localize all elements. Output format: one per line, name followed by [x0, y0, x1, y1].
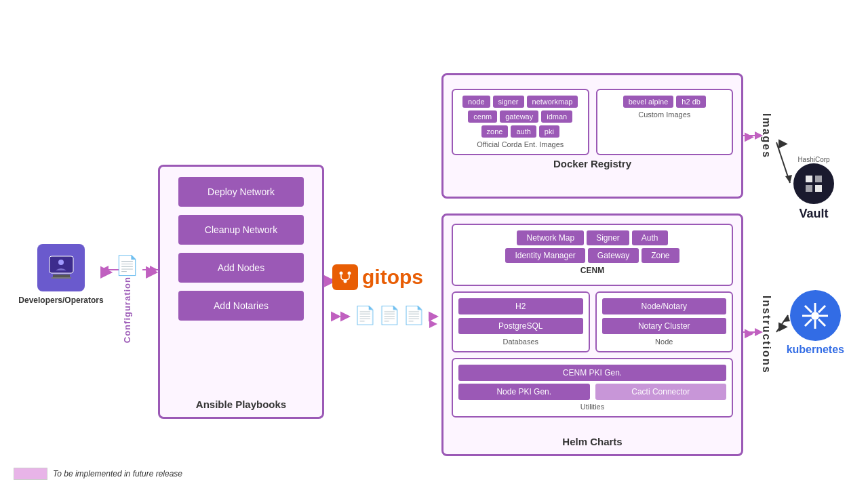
legend-text: To be implemented in future release	[53, 469, 182, 479]
svg-point-18	[58, 260, 64, 265]
developer-label: Developers/Operators	[18, 296, 103, 305]
node-title: Node	[602, 338, 727, 346]
tag-zone: zone	[481, 125, 509, 138]
cenm-auth: Auth	[632, 230, 668, 245]
custom-images-section: bevel alpine h2 db Custom Images	[596, 89, 734, 155]
cenm-zone: Zone	[642, 248, 679, 263]
svg-rect-24	[806, 185, 812, 192]
kubernetes-box: kubernetes	[787, 290, 844, 356]
instructions-side-label: Instructions	[756, 214, 776, 456]
cleanup-network-button[interactable]: Cleanup Network	[178, 215, 304, 245]
svg-marker-12	[785, 175, 792, 183]
cenm-title: CENM	[458, 266, 726, 275]
cenm-signer: Signer	[587, 230, 629, 245]
legend: To be implemented in future release	[14, 468, 182, 480]
tag-bevel-alpine: bevel alpine	[623, 96, 674, 108]
utilities-title: Utilities	[458, 403, 726, 411]
cenm-identity-manager: Identity Manager	[505, 248, 585, 263]
databases-section: H2 PostgreSQL Databases	[452, 291, 590, 352]
node-section: Node/Notary Notary Cluster Node	[595, 291, 734, 352]
arrow-helm-instructions: ▶	[745, 325, 754, 340]
tag-auth: auth	[511, 125, 536, 138]
images-side-label: Images	[756, 73, 776, 199]
arrow-docker-images: ▶	[745, 129, 754, 144]
tag-signer: signer	[493, 96, 524, 108]
svg-line-32	[818, 319, 825, 326]
legend-box	[14, 468, 47, 480]
svg-rect-17	[52, 277, 71, 279]
db-postgresql: PostgreSQL	[458, 318, 583, 334]
databases-title: Databases	[458, 338, 583, 346]
official-images-title: Official Corda Ent. Images	[458, 140, 583, 148]
cacti-connector: Cacti Connector	[595, 384, 727, 400]
add-nodes-button[interactable]: Add Nodes	[178, 253, 304, 283]
ansible-container: Deploy Network Cleanup Network Add Nodes…	[158, 165, 324, 419]
cenm-section: Network Map Signer Auth Identity Manager…	[452, 224, 733, 286]
deploy-network-button[interactable]: Deploy Network	[178, 177, 304, 207]
add-notaries-button[interactable]: Add Notaries	[178, 291, 304, 321]
svg-point-20	[348, 272, 351, 275]
vault-box: HashiCorp Vault	[793, 156, 834, 221]
developer-box: Developers/Operators	[20, 244, 102, 305]
svg-rect-23	[815, 176, 822, 182]
tag-idman: idman	[541, 110, 572, 123]
kubernetes-label: kubernetes	[787, 344, 844, 356]
tag-h2db: h2 db	[676, 96, 706, 108]
node-notary: Node/Notary	[602, 298, 727, 314]
official-images-section: node signer networkmap cenm gateway idma…	[452, 89, 589, 155]
custom-images-title: Custom Images	[603, 110, 727, 119]
config-label: Configuration	[122, 277, 132, 343]
docker-registry: node signer networkmap cenm gateway idma…	[441, 73, 743, 199]
svg-rect-22	[806, 176, 812, 182]
svg-rect-16	[53, 274, 70, 277]
node-pki-gen: Node PKI Gen.	[458, 384, 590, 400]
diagram: Developers/Operators ▶ 📄 Configuration ▶…	[0, 0, 868, 488]
cenm-gateway: Gateway	[588, 248, 639, 263]
notary-cluster: Notary Cluster	[602, 318, 727, 334]
arrow-config-to-ansible: ▶	[146, 263, 157, 281]
svg-rect-25	[815, 185, 822, 192]
vault-icon	[793, 163, 834, 204]
utilities-section: CENM PKI Gen. Node PKI Gen. Cacti Connec…	[452, 358, 733, 418]
ansible-title: Ansible Playbooks	[196, 399, 286, 410]
tag-networkmap: networkmap	[527, 96, 578, 108]
svg-point-26	[811, 312, 819, 320]
helm-charts-container: Network Map Signer Auth Identity Manager…	[441, 214, 743, 456]
tag-pki: pki	[539, 125, 559, 138]
db-h2: H2	[458, 298, 583, 314]
svg-line-33	[818, 306, 825, 312]
arrow-dev-to-config: ▶	[100, 263, 112, 281]
helm-title: Helm Charts	[443, 436, 741, 447]
tag-gateway: gateway	[500, 110, 538, 123]
docker-registry-title: Docker Registry	[452, 158, 733, 169]
tag-node: node	[462, 96, 490, 108]
vault-label: Vault	[799, 207, 828, 221]
svg-line-34	[805, 319, 812, 326]
cenm-pki-gen: CENM PKI Gen.	[458, 365, 726, 381]
tag-cenm: cenm	[468, 110, 497, 123]
kubernetes-icon	[790, 290, 841, 341]
svg-line-31	[805, 306, 812, 312]
gitops-logo: gitops	[332, 264, 423, 290]
svg-point-19	[340, 272, 343, 275]
hashicorp-label: HashiCorp	[797, 156, 829, 163]
arrow-to-vault: ▶	[778, 136, 788, 150]
config-area: 📄 Configuration	[115, 254, 139, 343]
cenm-network-map: Network Map	[517, 230, 584, 245]
images-label-text: Images	[760, 113, 772, 159]
gitops-label: gitops	[362, 266, 423, 289]
instructions-label-text: Instructions	[760, 296, 772, 374]
developer-icon	[37, 244, 85, 291]
